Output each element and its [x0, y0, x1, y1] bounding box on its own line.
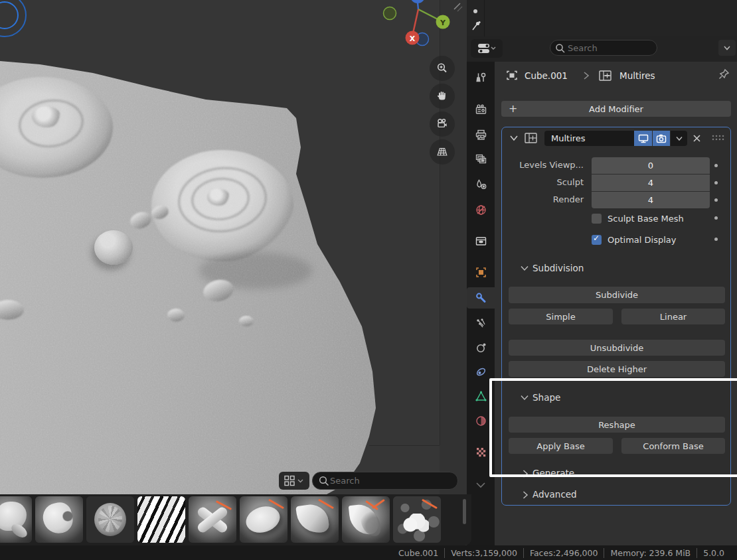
subdivision-section-title[interactable]: Subdivision [532, 263, 584, 273]
conform-base-button[interactable]: Conform Base [621, 438, 725, 454]
animate-dot[interactable] [714, 216, 718, 220]
tab-particles[interactable] [467, 313, 495, 334]
levels-viewport-label: Levels Viewp... [519, 160, 584, 170]
search-icon [318, 475, 330, 487]
remove-modifier-x-icon[interactable] [691, 133, 703, 145]
panel-collapse-chevron-icon[interactable] [509, 133, 519, 143]
camera-view-icon[interactable] [430, 111, 455, 137]
tab-physics[interactable] [467, 337, 495, 358]
reshape-button[interactable]: Reshape [509, 417, 725, 433]
toggle-perspective-icon[interactable] [430, 139, 455, 165]
base-plane-edge-horizontal [369, 445, 440, 446]
add-modifier-button[interactable]: + Add Modifier [501, 101, 731, 117]
linear-button[interactable]: Linear [621, 309, 725, 324]
tab-scene[interactable] [467, 174, 495, 195]
sculpt-base-mesh-checkbox[interactable] [592, 214, 602, 224]
shelf-search-input[interactable] [312, 472, 458, 490]
brush-thumbnail-blob[interactable] [0, 496, 32, 543]
animate-dot[interactable] [714, 164, 718, 167]
region-corner-handle[interactable] [452, 1, 464, 13]
subdivision-chevron-icon[interactable] [519, 264, 530, 273]
tab-texture[interactable] [467, 441, 495, 462]
shelf-scrollbar[interactable] [463, 499, 466, 524]
outliner-mode-separator [484, 0, 485, 36]
advanced-chevron-icon[interactable] [521, 490, 530, 500]
multires-icon [598, 68, 614, 83]
status-verts: Verts:3,159,000 [444, 548, 523, 558]
object-properties-icon [505, 69, 520, 82]
brush-thumbnail-clay[interactable] [35, 496, 83, 543]
svg-text:Y: Y [440, 19, 446, 27]
animate-dot[interactable] [714, 238, 718, 241]
brush-thumbnail-scrape[interactable] [291, 496, 339, 543]
status-faces: Faces:2,496,000 [523, 548, 604, 558]
animate-dot[interactable] [714, 198, 718, 202]
breadcrumb-object[interactable]: Cube.001 [525, 70, 568, 81]
mesh-noise-texture [0, 0, 467, 494]
shape-chevron-icon[interactable] [519, 393, 530, 402]
generate-section-title[interactable]: Generate [532, 468, 574, 478]
zoom-icon[interactable] [430, 56, 455, 81]
tab-view-layer[interactable] [467, 149, 495, 170]
animate-dot[interactable] [714, 181, 718, 184]
tab-collection[interactable] [467, 230, 495, 251]
modifier-extras-dropdown[interactable] [671, 131, 687, 146]
status-memory: Memory: 239.6 MiB [604, 548, 696, 558]
brush-thumbnail-clay-strips[interactable] [86, 496, 134, 543]
axis-neg-y-ball[interactable] [384, 7, 396, 20]
unsubdivide-button[interactable]: Unsubdivide [509, 340, 725, 356]
breadcrumb-modifier[interactable]: Multires [619, 70, 655, 81]
levels-viewport-field[interactable]: 0 [592, 157, 710, 174]
subdivide-button[interactable]: Subdivide [509, 287, 725, 303]
blender-window: X Y [0, 0, 737, 560]
panel-drag-handle-icon[interactable] [711, 133, 726, 143]
brush-thumbnail-crease-cross[interactable] [189, 496, 236, 543]
sculpt-levels-label: Sculpt [556, 177, 584, 187]
pan-hand-icon[interactable] [430, 84, 455, 109]
tab-material[interactable] [467, 410, 495, 431]
shape-section-title[interactable]: Shape [532, 392, 560, 403]
plus-icon: + [509, 102, 517, 115]
search-icon [554, 42, 566, 54]
optimal-display-label: Optimal Display [608, 235, 677, 245]
status-object-name: Cube.001 [392, 548, 444, 558]
tab-object-data[interactable] [467, 385, 495, 407]
shelf-display-mode-button[interactable] [279, 472, 309, 490]
tab-object[interactable] [467, 261, 495, 283]
simple-button[interactable]: Simple [509, 309, 613, 324]
sculpt-levels-field[interactable]: 4 [592, 175, 710, 191]
tab-output[interactable] [467, 124, 495, 145]
advanced-section-title[interactable]: Advanced [532, 489, 577, 500]
breadcrumb-chevron-icon [582, 70, 591, 81]
display-in-render-toggle[interactable] [653, 131, 670, 146]
brush-thumbnail-flatten[interactable] [240, 496, 287, 543]
brush-thumbnail-snake-hook[interactable] [342, 496, 390, 543]
header-options-button[interactable] [718, 40, 736, 56]
outliner: Cube Cube.001 [467, 0, 737, 37]
render-levels-field[interactable]: 4 [592, 192, 710, 208]
brush-thumbnail-cloud-scatter[interactable] [393, 496, 441, 543]
modifier-name-field[interactable]: Multires [544, 131, 640, 146]
tab-constraints[interactable] [467, 361, 495, 382]
brush-thumbnail-noise-texture[interactable] [137, 496, 185, 543]
apply-base-button[interactable]: Apply Base [509, 438, 613, 454]
tab-render[interactable] [467, 99, 495, 120]
tab-world[interactable] [467, 199, 495, 220]
sculpted-mesh[interactable] [0, 0, 467, 494]
display-in-viewport-toggle[interactable] [634, 131, 652, 146]
tab-strip-scroll-chevron-icon[interactable] [474, 480, 487, 490]
render-levels-label: Render [553, 194, 584, 204]
svg-text:X: X [410, 35, 416, 43]
tab-modifiers-active[interactable] [467, 287, 495, 309]
multires-icon [523, 131, 539, 145]
delete-higher-button[interactable]: Delete Higher [509, 361, 725, 377]
generate-chevron-icon[interactable] [521, 468, 530, 479]
status-version: 5.0.0 [696, 548, 730, 558]
editor-type-button[interactable] [471, 39, 503, 58]
viewport-3d[interactable]: X Y [0, 0, 467, 545]
pin-icon[interactable] [717, 68, 732, 82]
multires-modifier-panel: Multires Levels Viewp... 0 Sculpt 4 Rend… [501, 127, 731, 506]
optimal-display-checkbox[interactable] [592, 235, 602, 245]
tab-tool[interactable] [467, 67, 495, 88]
sculpt-mode-brush-icon [470, 20, 482, 32]
